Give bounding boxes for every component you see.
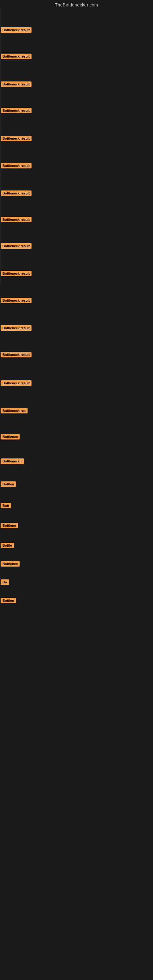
list-item: Bottle <box>0 541 14 549</box>
site-title: TheBottlenecker.com <box>0 0 153 9</box>
bottleneck-badge[interactable]: Bottle <box>1 542 14 548</box>
list-item: Bottlen <box>0 597 16 605</box>
bottleneck-badge[interactable]: Bottleneck r <box>1 458 24 464</box>
list-item: Bott <box>0 502 11 510</box>
bottleneck-badge[interactable]: Bo <box>1 579 9 585</box>
bottleneck-badge[interactable]: Bottlen <box>1 598 16 603</box>
bottleneck-badge[interactable]: Bott <box>1 503 11 508</box>
bottom-area <box>0 9 153 438</box>
list-item: Bo <box>0 578 9 586</box>
list-item: Bottlenec <box>0 560 19 568</box>
bottleneck-badge[interactable]: Bottlenec <box>1 561 19 566</box>
site-header: TheBottlenecker.com <box>0 0 153 9</box>
bottleneck-badge[interactable]: Bottlene <box>1 523 18 528</box>
list-item: Bottlen <box>0 480 16 488</box>
list-item: Bottlene <box>0 522 18 530</box>
bottleneck-badge[interactable]: Bottlen <box>1 481 16 487</box>
list-item: Bottleneck r <box>0 457 24 465</box>
